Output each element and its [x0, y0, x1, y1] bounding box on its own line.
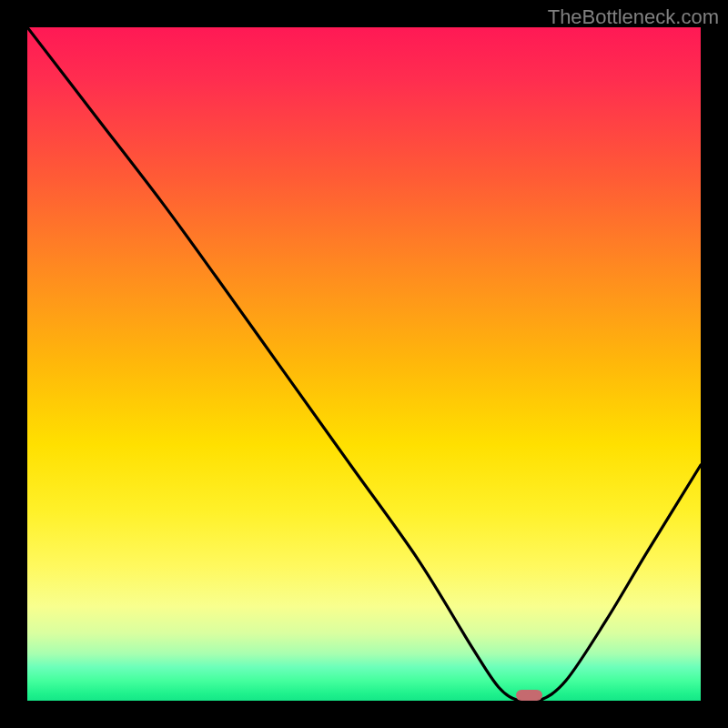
watermark-text: TheBottleneck.com: [548, 5, 719, 29]
chart-curve-svg: [27, 27, 701, 701]
optimal-point-marker: [516, 690, 543, 701]
chart-plot-area: [27, 27, 701, 701]
bottleneck-curve-line: [27, 27, 701, 701]
